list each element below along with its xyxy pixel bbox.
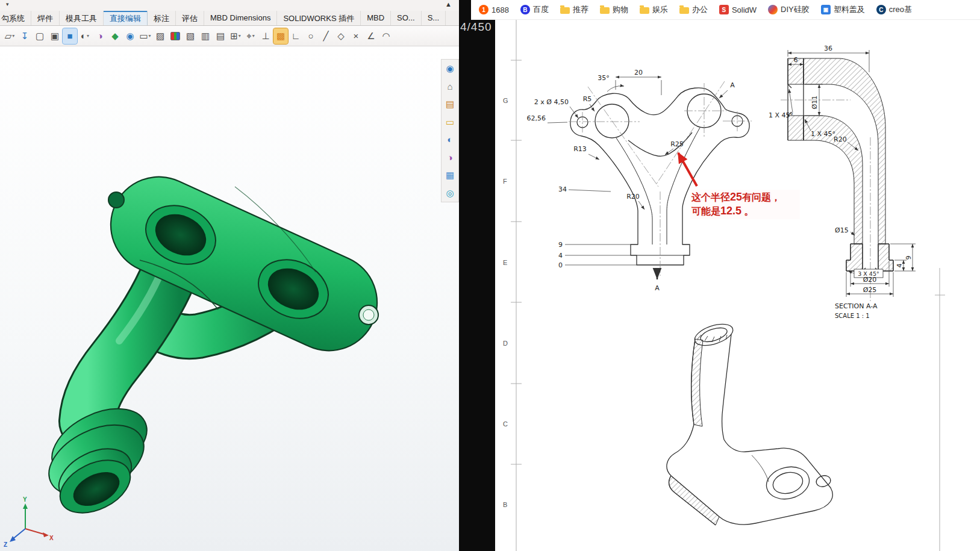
web-icon[interactable]: ◉ [446,64,454,73]
bookmark-1688[interactable]: 1 1688 [479,5,509,14]
bookmark-creo[interactable]: C creo基 [876,4,912,15]
rows-icon[interactable]: ▤ [213,28,228,44]
bookmarks-bar: 1 1688 B 百度 推荐 购物 娱乐 办公 [471,0,980,20]
tab-truncated-1[interactable]: SO... [391,11,422,26]
section-a-label: A [655,284,660,292]
instant3d-cube-icon[interactable]: ■ [63,28,77,44]
orientation-triad: Y X Z [4,496,54,548]
bookmark-folder-entertainment[interactable]: 娱乐 [640,4,668,15]
ear-hole-left [108,192,124,208]
dim-9-section: 9 [905,256,913,260]
section-title: SECTION A-A [835,302,878,310]
sheet-border [935,268,945,551]
tab-evaluate[interactable]: 评估 [176,11,204,26]
bookmark-plastic-icon: ▣ [821,5,831,14]
circle-tool-icon[interactable]: ○ [304,28,318,44]
rgb-color-swatch [170,32,180,40]
task-pane: ◉ ⌂ ▤ ▭ ◐ ◑ ▦ ◎ [441,59,459,202]
bookmark-folder-recommend[interactable]: 推荐 [560,4,588,15]
line-tool-icon[interactable]: ╱ [319,28,333,44]
pin-icon[interactable]: ⌖ [243,28,258,44]
image-icon[interactable]: ▨ [153,28,167,44]
page-indicator: 4/450 [460,20,492,34]
graphics-viewport[interactable]: Y X Z ◉ ⌂ ▤ ▭ ◐ ◑ ▦ ◎ [0,46,459,551]
bookmark-label: 推荐 [573,4,588,15]
datum-a-label: A [730,81,735,89]
appearances-icon[interactable]: ◐ [447,135,452,144]
tab-mold-tools[interactable]: 模具工具 [60,11,104,26]
perpendicular-icon[interactable]: ⊥ [258,28,273,44]
highlight-icon[interactable]: ▩ [273,28,288,44]
design-library-icon[interactable]: ▤ [446,99,454,108]
appearance-sphere-icon[interactable]: ◑ [93,28,107,44]
bookmark-folder-office[interactable]: 办公 [679,4,708,15]
bookmark-folder-shopping[interactable]: 购物 [600,4,628,15]
dim-36: 36 [824,45,832,52]
triad-z-label: Z [4,541,7,548]
drawing-sheet[interactable]: G F E D C B [495,20,980,551]
render-globe-icon[interactable]: ◉ [123,28,137,44]
tabs-scroll-up-icon[interactable]: ▲ [445,1,452,8]
zone-label-g: G [503,97,508,104]
model-3d[interactable] [38,161,393,524]
dim-d15: Ø15 [835,226,849,234]
export-icon[interactable]: ↧ [17,28,32,44]
bookmark-baidu[interactable]: B 百度 [520,4,549,15]
dim-r13: R13 [573,145,587,153]
angle-tool-icon[interactable]: ∠ [364,28,378,44]
drawing-svg[interactable]: G F E D C B [495,20,980,551]
bookmark-solidworks-icon: S [719,5,729,14]
rgb-color-icon[interactable] [168,28,183,44]
dim-4: 4 [558,252,563,260]
annotation-line-2: 可能是12.5 。 [691,204,799,218]
cascade-window-icon[interactable]: ▱ [2,28,17,44]
file-explorer-icon[interactable]: ▭ [446,117,454,126]
dim-6: 6 [794,56,798,64]
iso-view-geometry [667,320,832,525]
ghost-cube-icon[interactable]: ▢ [33,28,47,44]
dim-r20: R20 [626,193,640,201]
tab-sheet-system[interactable]: 勾系统 [0,11,31,26]
dim-4-section: 4 [896,264,904,268]
tab-direct-editing[interactable]: 直接编辑 [104,11,148,26]
dim-angle: 35° [598,74,610,82]
home-icon[interactable]: ⌂ [447,82,452,91]
model-svg[interactable]: Y X Z [0,46,459,551]
monitor-icon[interactable]: ▭ [138,28,152,44]
bookmark-label: 购物 [613,4,628,15]
polygon-tool-icon[interactable]: ◇ [334,28,348,44]
front-view-dimensions: 20 35° 2 x Ø 4,50 R5 62,56 R13 34 R20 [527,69,735,292]
hatch-icon[interactable]: ▧ [183,28,198,44]
bookmark-label: creo基 [889,4,912,15]
view-palette-icon[interactable]: ▦ [446,170,454,179]
bottom-flange [38,394,158,523]
zone-label-e: E [503,259,507,266]
tab-annotation[interactable]: 标注 [148,11,176,26]
trim-tool-icon[interactable]: × [349,28,363,44]
bookmark-solidworks[interactable]: S SolidW [719,5,757,14]
browser-icon[interactable]: ◎ [446,188,454,198]
bookmark-plastic-cap[interactable]: ▣ 塑料盖及 [821,4,865,15]
bookmark-label: 1688 [492,5,509,14]
tab-truncated-2[interactable]: S... [422,11,446,26]
swatch-icon[interactable]: ◆ [108,28,122,44]
scene-icon[interactable]: ◑ [447,153,452,162]
menu-caret-icon[interactable]: ▾ [6,1,9,7]
orientation-sphere-icon[interactable]: ◐ [78,28,92,44]
zone-label-f: F [503,178,507,185]
annotation-line-1: 这个半径25有问题， [691,190,799,204]
bookmark-diy-silicone[interactable]: DIY硅胶 [768,4,810,15]
cells-icon[interactable]: ⊞ [228,28,243,44]
zone-column: G F E D C B [503,20,522,551]
tab-addins[interactable]: SOLIDWORKS 插件 [277,11,361,26]
corner-icon[interactable]: ∟ [289,28,303,44]
window-divider: 4/450 [459,0,495,551]
arc-tool-icon[interactable]: ◠ [379,28,393,44]
columns-icon[interactable]: ▥ [198,28,213,44]
tab-mbd-dimensions[interactable]: MBD Dimensions [204,11,277,26]
tab-weldments[interactable]: 焊件 [31,11,60,26]
tab-mbd[interactable]: MBD [361,11,391,26]
bookmark-diy-icon [768,5,778,14]
triad-x-label: X [49,535,54,541]
copy-cube-icon[interactable]: ▣ [48,28,62,44]
